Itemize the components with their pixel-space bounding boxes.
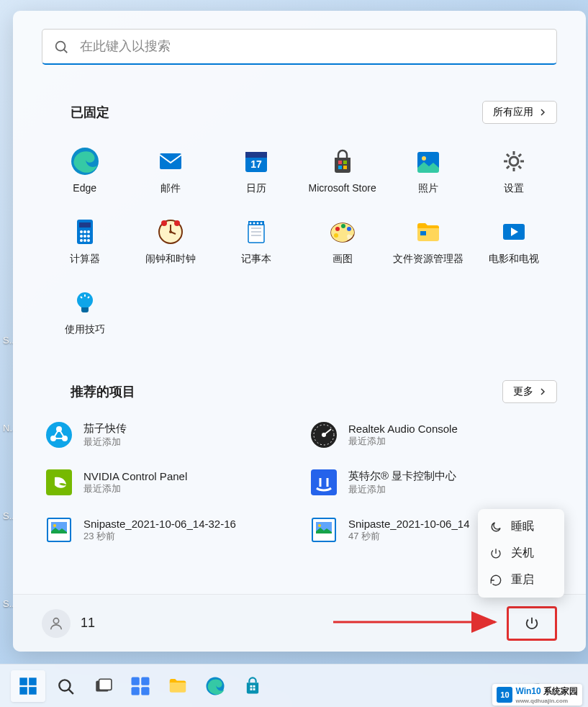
start-button[interactable]: [11, 670, 45, 702]
clock-icon: [155, 217, 186, 247]
svg-rect-79: [250, 685, 253, 687]
start-menu-footer: 11: [13, 594, 586, 652]
mail-icon: [155, 146, 186, 176]
pinned-app-label: Edge: [73, 182, 96, 194]
pinned-app-label: 计算器: [70, 253, 100, 266]
pinned-app-movies[interactable]: 电影和电视: [471, 212, 557, 270]
pinned-app-clock[interactable]: 闹钟和时钟: [127, 212, 213, 270]
recommended-item[interactable]: NVIDIA Control Panel最近添加: [42, 465, 292, 500]
pinned-app-calculator[interactable]: 计算器: [42, 212, 127, 270]
svg-rect-81: [250, 688, 253, 690]
pinned-app-label: 使用技巧: [65, 323, 105, 336]
taskbar-store[interactable]: [235, 670, 270, 702]
svg-point-60: [53, 524, 56, 527]
intel-icon: [309, 468, 338, 497]
moon-icon: [489, 521, 502, 533]
taskbar-explorer[interactable]: [160, 670, 195, 702]
svg-point-42: [341, 224, 345, 228]
recommended-item-name: Realtek Audio Console: [348, 423, 458, 435]
svg-point-29: [174, 220, 180, 226]
pinned-app-notepad[interactable]: 记事本: [214, 212, 299, 270]
photos-icon: [413, 146, 443, 176]
power-menu: 睡眠 关机 重启: [478, 509, 564, 598]
pinned-app-label: 邮件: [160, 182, 181, 195]
notepad-icon: [241, 217, 271, 247]
more-button[interactable]: 更多: [502, 380, 557, 403]
search-icon: [53, 39, 69, 55]
taskbar-edge[interactable]: [198, 670, 232, 702]
svg-rect-67: [29, 677, 36, 685]
search-box[interactable]: [42, 29, 557, 65]
recommended-item-name: Snipaste_2021-10-06_14-32-16: [83, 518, 236, 530]
all-apps-button[interactable]: 所有应用: [482, 101, 557, 124]
shutdown-option[interactable]: 关机: [482, 540, 560, 567]
recommended-item-subtitle: 23 秒前: [83, 530, 236, 543]
windows-icon: [18, 676, 38, 696]
pinned-app-edge[interactable]: Edge: [42, 142, 127, 199]
restart-option[interactable]: 重启: [482, 567, 560, 593]
svg-rect-8: [343, 161, 347, 164]
paint-icon: [327, 217, 358, 247]
taskbar-widgets[interactable]: [123, 670, 158, 702]
pinned-app-label: 电影和电视: [489, 253, 539, 266]
pinned-app-label: 记事本: [241, 253, 271, 266]
svg-point-16: [80, 230, 83, 233]
pinned-apps-grid: Edge邮件17日历Microsoft Store照片设置计算器闹钟和时钟记事本…: [13, 142, 586, 341]
svg-rect-9: [338, 166, 342, 169]
svg-rect-77: [141, 687, 149, 695]
pinned-app-mail[interactable]: 邮件: [127, 142, 213, 199]
svg-text:17: 17: [251, 158, 263, 170]
svg-point-13: [510, 157, 518, 166]
svg-point-30: [161, 220, 167, 226]
pinned-app-photos[interactable]: 照片: [385, 142, 471, 199]
svg-point-12: [422, 156, 426, 161]
pinned-app-tips[interactable]: 使用技巧: [42, 283, 127, 341]
sleep-option[interactable]: 睡眠: [482, 513, 560, 540]
search-icon: [56, 677, 75, 695]
pinned-app-paint[interactable]: 画图: [299, 212, 385, 270]
svg-rect-10: [343, 166, 347, 169]
svg-point-36: [250, 222, 252, 225]
recommended-item-subtitle: 47 秒前: [348, 530, 469, 543]
svg-rect-76: [132, 687, 140, 695]
recommended-item-name: Snipaste_2021-10-06_14: [348, 518, 469, 530]
image-icon: [45, 515, 73, 544]
explorer-icon: [413, 217, 443, 247]
recommended-item[interactable]: 英特尔® 显卡控制中心最近添加: [307, 465, 557, 500]
start-menu: 已固定 所有应用 Edge邮件17日历Microsoft Store照片设置计算…: [13, 11, 586, 652]
taskbar-search[interactable]: [48, 670, 83, 702]
pinned-title: 已固定: [42, 104, 109, 121]
svg-point-41: [335, 227, 340, 231]
svg-point-70: [59, 680, 70, 690]
power-button[interactable]: [507, 606, 557, 641]
tips-icon: [70, 287, 100, 318]
user-account-button[interactable]: 11: [42, 609, 95, 638]
username-label: 11: [81, 616, 95, 631]
pinned-app-explorer[interactable]: 文件资源管理器: [385, 212, 471, 270]
store-icon: [327, 146, 358, 176]
svg-rect-15: [79, 222, 91, 228]
svg-point-19: [80, 235, 83, 238]
recommended-item-name: 茄子快传: [83, 422, 127, 436]
realtek-icon: [309, 420, 338, 449]
pinned-app-label: 照片: [418, 182, 438, 195]
svg-rect-82: [253, 688, 255, 690]
svg-rect-68: [19, 687, 27, 695]
recommended-item[interactable]: Realtek Audio Console最近添加: [307, 418, 557, 452]
svg-rect-66: [19, 677, 27, 685]
recommended-item[interactable]: 茄子快传最近添加: [42, 418, 292, 452]
pinned-app-store[interactable]: Microsoft Store: [299, 142, 385, 199]
pinned-app-settings[interactable]: 设置: [471, 142, 557, 199]
taskbar-taskview[interactable]: [86, 670, 120, 702]
search-input[interactable]: [80, 39, 546, 54]
recommended-item[interactable]: Snipaste_2021-10-06_14-32-1623 秒前: [42, 513, 292, 547]
svg-point-17: [83, 230, 86, 233]
shareit-icon: [45, 420, 73, 449]
store-icon: [243, 676, 263, 696]
pinned-app-calendar[interactable]: 17日历: [214, 142, 299, 199]
svg-point-18: [87, 230, 90, 233]
folder-icon: [167, 675, 189, 697]
svg-point-20: [83, 235, 86, 238]
svg-point-39: [261, 222, 263, 225]
recommended-item-subtitle: 最近添加: [348, 435, 458, 448]
